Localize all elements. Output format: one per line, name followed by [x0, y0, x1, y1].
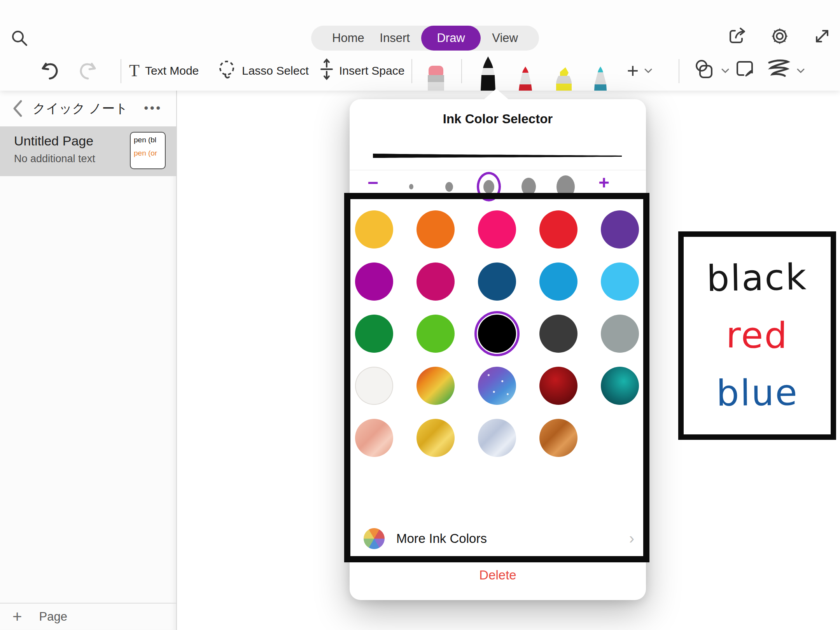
color-swatch-green[interactable] [355, 315, 393, 353]
stroke-size-option-1[interactable] [396, 170, 427, 203]
color-swatch-teal-texture[interactable] [601, 367, 639, 405]
popup-caret [484, 89, 509, 100]
color-swatch-black[interactable] [478, 315, 516, 353]
thumb-line-2: pen (or [134, 149, 165, 158]
page-sidebar: クイック ノート ••• Untitled Page No additional… [0, 91, 177, 630]
more-ink-colors-label: More Ink Colors [396, 531, 487, 546]
chevron-down-icon [721, 68, 730, 74]
tab-view[interactable]: View [488, 26, 522, 51]
pencil-teal[interactable] [592, 66, 609, 91]
stroke-size-option-5[interactable] [550, 170, 581, 203]
color-swatch-dark-red-texture[interactable] [539, 367, 578, 405]
redo-button[interactable] [77, 51, 97, 91]
chevron-down-icon [796, 68, 805, 74]
eraser-tool[interactable] [426, 65, 446, 91]
stroke-size-option-3[interactable] [473, 170, 504, 203]
ink-squiggle-icon [767, 58, 791, 83]
lasso-select-label: Lasso Select [242, 64, 309, 77]
notebook-title: クイック ノート [27, 100, 133, 117]
size-increase-button[interactable]: + [598, 173, 609, 192]
shapes-icon [693, 58, 716, 83]
toolbar-divider [679, 59, 679, 83]
tab-insert[interactable]: Insert [376, 26, 414, 51]
add-page-button[interactable]: + Page [0, 603, 176, 630]
undo-button[interactable] [40, 51, 61, 91]
size-dot [445, 182, 453, 192]
color-swatch-copper[interactable] [539, 419, 578, 457]
toolbar-divider [121, 59, 121, 83]
color-swatch-rose-gold[interactable] [355, 419, 393, 457]
color-swatch-dark-gray[interactable] [539, 315, 578, 353]
expand-icon[interactable] [812, 26, 832, 46]
chevron-down-icon [644, 68, 653, 74]
insert-space-button[interactable]: Insert Space [320, 51, 404, 91]
color-swatch-gold-yellow[interactable] [355, 210, 393, 248]
plus-icon: + [12, 607, 22, 626]
sidebar-header: クイック ノート ••• [0, 91, 176, 126]
stroke-preview [371, 150, 623, 160]
color-swatch-dark-blue[interactable] [478, 262, 516, 301]
color-swatch-pink[interactable] [478, 210, 516, 248]
page-thumbnail: pen (bl pen (or [130, 132, 166, 169]
color-swatch-orange[interactable] [416, 210, 455, 248]
color-grid [355, 210, 639, 457]
color-swatch-silver-blue[interactable] [478, 419, 516, 457]
color-swatch-raspberry[interactable] [416, 262, 455, 301]
search-icon[interactable] [10, 29, 29, 47]
settings-gear-icon[interactable] [769, 26, 790, 47]
text-mode-label: Text Mode [145, 64, 199, 77]
ink-note-tool-button[interactable] [734, 51, 757, 91]
handwriting-box: black red blue [678, 231, 836, 440]
color-swatch-sky-blue[interactable] [601, 262, 639, 301]
stroke-size-row: − + [350, 170, 646, 203]
insert-space-label: Insert Space [339, 64, 404, 77]
page-title: Untitled Page [14, 133, 93, 149]
delete-pen-button[interactable]: Delete [350, 568, 646, 583]
lasso-select-icon [217, 58, 236, 83]
share-icon[interactable] [727, 26, 747, 46]
text-mode-button[interactable]: T Text Mode [129, 51, 199, 91]
popup-title: Ink Color Selector [350, 112, 646, 126]
color-swatch-red[interactable] [539, 210, 578, 248]
back-chevron-icon[interactable] [12, 99, 27, 118]
size-dot [522, 178, 536, 196]
color-swatch-light-green[interactable] [416, 315, 455, 353]
page-subtitle: No additional text [14, 153, 95, 165]
page-list-item-selected[interactable]: Untitled Page No additional text pen (bl… [0, 126, 176, 176]
color-swatch-rainbow-glitter[interactable] [416, 367, 455, 405]
stroke-size-option-4[interactable] [513, 170, 544, 203]
pen-black-selected[interactable] [476, 56, 500, 91]
ellipsis-menu-icon[interactable]: ••• [144, 102, 162, 115]
tab-home[interactable]: Home [328, 26, 368, 51]
ink-color-selector-popup: Ink Color Selector − + More Ink Colors ›… [350, 99, 646, 600]
highlighter-yellow[interactable] [554, 66, 574, 91]
thumb-line-1: pen (bl [134, 136, 165, 144]
ribbon-tabs: Home Insert Draw View [311, 26, 539, 51]
color-swatch-white[interactable] [355, 367, 393, 405]
color-swatch-cerulean[interactable] [539, 262, 578, 301]
shapes-tool-button[interactable] [693, 51, 730, 91]
plus-icon: + [627, 59, 639, 82]
color-swatch-galaxy[interactable] [478, 367, 516, 405]
chevron-right-icon: › [629, 530, 634, 547]
color-swatch-violet[interactable] [355, 262, 393, 301]
tab-draw[interactable]: Draw [421, 26, 480, 51]
color-wheel-icon [364, 528, 385, 549]
color-swatch-gray[interactable] [601, 315, 639, 353]
more-ink-colors-button[interactable]: More Ink Colors › [350, 525, 646, 553]
color-swatch-gold-metallic[interactable] [416, 419, 455, 457]
size-dot [409, 184, 413, 189]
color-swatch-purple[interactable] [601, 210, 639, 248]
selected-size-ring [477, 172, 501, 201]
ribbon-tab-row: Home Insert Draw View [0, 0, 840, 51]
pen-red[interactable] [516, 66, 534, 91]
draw-toolbar: T Text Mode Lasso Select Insert Space [0, 51, 840, 91]
size-dot [556, 175, 575, 198]
lasso-select-button[interactable]: Lasso Select [217, 51, 309, 91]
handwritten-word-blue: blue [716, 366, 798, 420]
stroke-size-option-2[interactable] [434, 170, 465, 203]
ink-squiggle-tool-button[interactable] [767, 51, 805, 91]
add-pen-button[interactable]: + [627, 51, 653, 91]
toolbar-divider [461, 59, 462, 83]
text-mode-icon: T [129, 61, 140, 80]
